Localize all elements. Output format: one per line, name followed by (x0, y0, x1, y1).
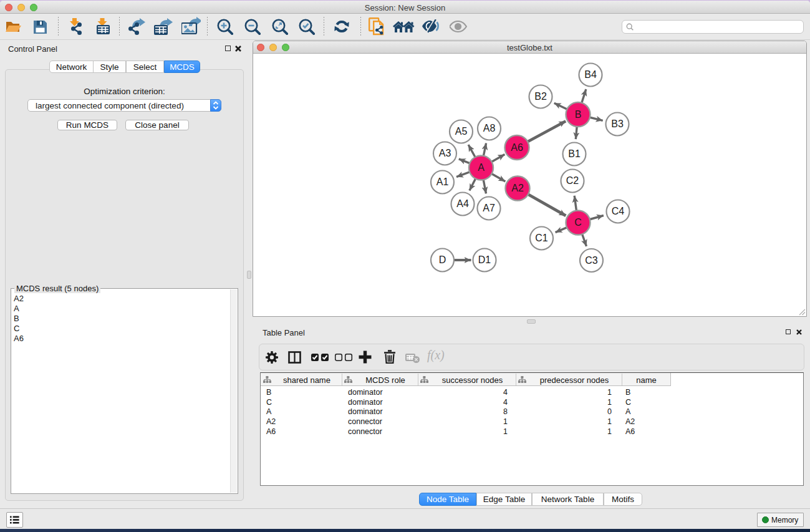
svg-text:C2: C2 (566, 175, 579, 186)
svg-text:C: C (574, 217, 582, 228)
svg-text:A7: A7 (483, 203, 495, 213)
svg-text:B: B (575, 109, 582, 120)
svg-text:C4: C4 (612, 206, 625, 216)
svg-text:A1: A1 (436, 177, 449, 187)
svg-text:D: D (439, 254, 446, 265)
svg-text:D1: D1 (478, 254, 491, 265)
svg-text:A2: A2 (511, 183, 524, 193)
svg-text:A4: A4 (456, 198, 469, 209)
svg-text:B3: B3 (611, 118, 624, 129)
svg-text:A5: A5 (455, 126, 468, 137)
svg-text:A6: A6 (511, 142, 523, 153)
svg-text:B4: B4 (584, 69, 597, 80)
svg-text:A3: A3 (439, 148, 451, 158)
svg-text:B2: B2 (534, 91, 547, 102)
svg-text:B1: B1 (568, 148, 581, 159)
svg-text:C3: C3 (585, 255, 598, 266)
svg-text:C1: C1 (535, 233, 548, 243)
svg-text:A: A (478, 162, 485, 173)
svg-text:A8: A8 (483, 123, 496, 133)
